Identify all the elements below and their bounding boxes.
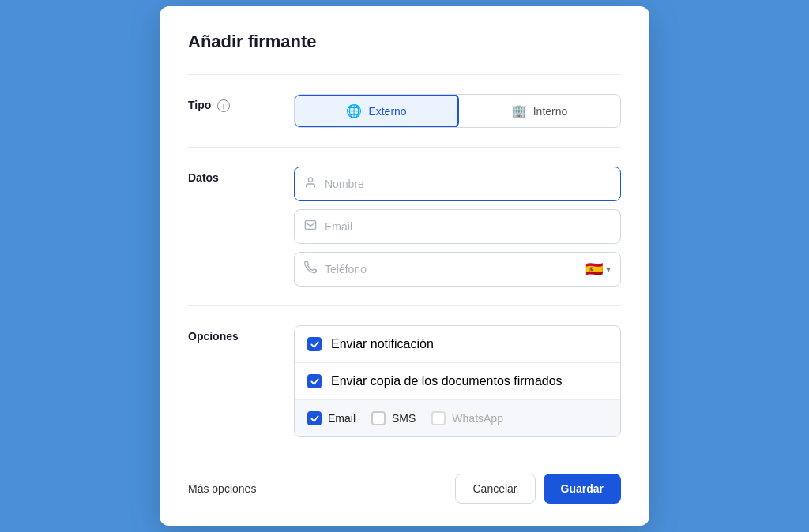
guardar-button[interactable]: Guardar xyxy=(544,474,621,504)
options-box: Enviar notificación Enviar copia de los … xyxy=(294,325,621,437)
phone-flag-dropdown[interactable]: 🇪🇸 ▾ xyxy=(585,260,611,278)
nombre-input[interactable] xyxy=(325,178,611,190)
email-sub-label: Email xyxy=(328,412,356,425)
tipo-section: Tipo i 🌐 Externo 🏢 Interno xyxy=(188,74,621,147)
interno-button[interactable]: 🏢 Interno xyxy=(458,95,620,127)
spain-flag: 🇪🇸 xyxy=(585,260,603,278)
tipo-label: Tipo i xyxy=(188,94,275,128)
mas-opciones-button[interactable]: Más opciones xyxy=(188,482,256,495)
tipo-info-icon[interactable]: i xyxy=(217,99,230,112)
footer-buttons: Cancelar Guardar xyxy=(455,474,622,504)
cancelar-button[interactable]: Cancelar xyxy=(455,474,536,504)
svg-point-0 xyxy=(308,178,312,182)
email-sub-checkbox[interactable] xyxy=(307,411,322,425)
phone-icon xyxy=(304,261,317,277)
option-copia-row: Enviar copia de los documentos firmados xyxy=(295,363,620,400)
datos-section: Datos xyxy=(188,147,621,305)
tipo-content: 🌐 Externo 🏢 Interno xyxy=(294,94,621,128)
datos-content: 🇪🇸 ▾ xyxy=(294,167,621,287)
externo-button[interactable]: 🌐 Externo xyxy=(294,94,459,128)
whatsapp-sub-label: WhatsApp xyxy=(452,412,503,425)
email-input-wrapper xyxy=(294,209,621,244)
building-icon: 🏢 xyxy=(511,103,527,118)
whatsapp-sub-checkbox[interactable] xyxy=(431,411,446,425)
person-icon xyxy=(304,176,317,192)
copia-checkbox[interactable] xyxy=(307,374,322,388)
svg-rect-1 xyxy=(305,221,315,230)
sub-options-group: Email SMS WhatsApp xyxy=(307,411,608,425)
sms-sub-checkbox[interactable] xyxy=(371,411,386,425)
opciones-section: Opciones Enviar notificación Enviar copi… xyxy=(188,305,621,456)
modal-footer: Más opciones Cancelar Guardar xyxy=(188,456,621,504)
nombre-input-wrapper xyxy=(294,167,621,201)
globe-icon: 🌐 xyxy=(346,103,362,118)
opciones-content: Enviar notificación Enviar copia de los … xyxy=(294,325,621,437)
datos-label: Datos xyxy=(188,167,275,287)
email-sub-option[interactable]: Email xyxy=(307,411,356,425)
email-input[interactable] xyxy=(325,220,611,233)
tipo-toggle: 🌐 Externo 🏢 Interno xyxy=(294,94,621,128)
option-notificacion-row: Enviar notificación xyxy=(295,326,620,363)
flag-chevron-icon: ▾ xyxy=(606,264,611,275)
opciones-label: Opciones xyxy=(188,325,275,437)
modal-dialog: Añadir firmante Tipo i 🌐 Externo 🏢 Inter… xyxy=(160,6,649,526)
telefono-input-wrapper: 🇪🇸 ▾ xyxy=(294,252,621,287)
sub-options-row: Email SMS WhatsApp xyxy=(295,400,620,436)
notificacion-label: Enviar notificación xyxy=(331,337,434,351)
email-icon xyxy=(304,219,317,234)
notificacion-checkbox[interactable] xyxy=(307,337,322,351)
sms-sub-label: SMS xyxy=(392,412,416,425)
sms-sub-option[interactable]: SMS xyxy=(371,411,416,425)
telefono-input[interactable] xyxy=(325,263,578,275)
whatsapp-sub-option[interactable]: WhatsApp xyxy=(431,411,503,425)
input-group: 🇪🇸 ▾ xyxy=(294,167,621,287)
modal-title: Añadir firmante xyxy=(188,32,621,52)
copia-label: Enviar copia de los documentos firmados xyxy=(331,374,563,388)
